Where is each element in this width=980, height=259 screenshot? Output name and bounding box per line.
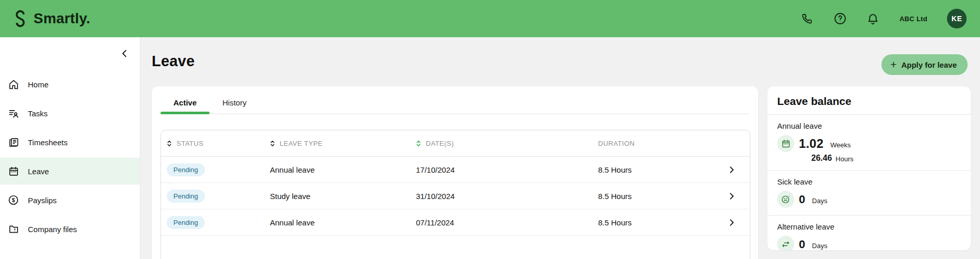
leave-balance-card: Leave balance Annual leave 1.02 Weeks [767, 86, 971, 250]
sidebar-item-label: Tasks [28, 109, 47, 118]
status-cell: Pending [161, 163, 264, 176]
calendar-icon [777, 135, 794, 152]
sidebar-item-company-files[interactable]: Company files [0, 216, 140, 242]
balance-sick-leave: Sick leave 0 Days [767, 171, 971, 216]
sidebar-item-leave[interactable]: Leave [0, 158, 140, 185]
company-files-icon [8, 223, 19, 235]
sidebar-item-label: Company files [28, 225, 77, 234]
leave-calendar-icon [8, 165, 19, 177]
duration-cell: 8.5 Hours [592, 165, 721, 174]
sidebar-item-label: Timesheets [28, 138, 68, 147]
smartly-logo-icon [11, 10, 29, 27]
home-icon [8, 79, 19, 90]
status-cell: Pending [161, 216, 264, 229]
status-badge: Pending [167, 190, 205, 203]
balance-value: 1.02 [799, 136, 824, 151]
balance-secondary-value: 26.46 [811, 154, 832, 163]
brand-logo[interactable]: Smartly. [11, 10, 90, 27]
bell-icon[interactable] [866, 12, 880, 25]
balance-secondary-unit: Hours [836, 154, 854, 163]
phone-icon[interactable] [800, 12, 814, 25]
table-row[interactable]: Pending Annual leave 17/10/2024 8.5 Hour… [161, 157, 750, 183]
help-icon[interactable] [833, 12, 847, 25]
balance-unit: Weeks [830, 138, 851, 149]
chevron-right-icon[interactable] [721, 192, 750, 201]
balance-value: 0 [799, 238, 806, 251]
balance-value: 0 [799, 193, 806, 206]
swap-arrows-icon [777, 236, 794, 250]
table-row[interactable]: Pending Study leave 31/10/2024 8.5 Hours [161, 183, 750, 209]
balance-label: Sick leave [777, 177, 961, 186]
plus-icon: + [890, 59, 896, 70]
user-avatar[interactable]: KE [947, 9, 967, 28]
balance-unit: Days [812, 194, 828, 205]
tabs: Active History [160, 93, 749, 114]
svg-text:$: $ [12, 197, 15, 203]
sidebar: Home Tasks [0, 37, 140, 259]
top-bar-actions: ABC Ltd KE [800, 9, 967, 28]
dates-cell: 07/11/2024 [410, 218, 592, 227]
duration-cell: 8.5 Hours [592, 192, 721, 201]
tab-active[interactable]: Active [160, 93, 210, 114]
sidebar-item-label: Leave [28, 167, 49, 176]
leave-balance-title: Leave balance [767, 86, 971, 115]
leave-type-cell: Annual leave [264, 218, 410, 227]
top-bar: Smartly. ABC Ltd KE [0, 0, 980, 37]
sidebar-item-timesheets[interactable]: Timesheets [0, 129, 140, 156]
table-header-row: STATUS LEAVE TYPE DATE(S) [161, 130, 750, 157]
timesheets-icon [8, 136, 19, 148]
brand-name: Smartly. [34, 10, 90, 27]
leave-requests-card: Active History STATUS [152, 86, 758, 259]
duration-cell: 8.5 Hours [592, 218, 721, 227]
status-badge: Pending [167, 216, 205, 229]
status-cell: Pending [161, 190, 264, 203]
dates-cell: 31/10/2024 [410, 192, 592, 201]
tasks-icon [8, 108, 19, 119]
sidebar-item-label: Home [28, 80, 49, 89]
leave-type-cell: Annual leave [264, 165, 410, 174]
main-content: Leave + Apply for leave Active History [140, 37, 980, 259]
sidebar-item-label: Payslips [28, 196, 57, 205]
table-row[interactable]: Pending Annual leave 07/11/2024 8.5 Hour… [161, 209, 750, 236]
column-header-duration: DURATION [592, 140, 721, 147]
chevron-right-icon[interactable] [721, 218, 750, 227]
balance-annual-leave: Annual leave 1.02 Weeks [767, 115, 971, 171]
balance-label: Alternative leave [777, 222, 961, 231]
sort-icon[interactable] [167, 140, 172, 147]
payslips-icon: $ [8, 194, 19, 206]
balance-alternative-leave: Alternative leave 0 Days [767, 216, 971, 250]
sidebar-collapse-button[interactable] [120, 49, 130, 60]
column-header-status: STATUS [161, 140, 264, 147]
balance-unit: Days [812, 239, 828, 250]
leave-type-cell: Study leave [264, 192, 410, 201]
status-badge: Pending [167, 163, 205, 176]
sidebar-item-tasks[interactable]: Tasks [0, 100, 140, 127]
dates-cell: 17/10/2024 [410, 165, 592, 174]
sidebar-item-home[interactable]: Home [0, 71, 140, 98]
sidebar-nav: Home Tasks [0, 71, 140, 242]
sidebar-item-payslips[interactable]: $ Payslips [0, 187, 140, 214]
apply-for-leave-label: Apply for leave [901, 60, 957, 69]
sick-face-icon [777, 191, 794, 208]
column-header-leave-type: LEAVE TYPE [264, 140, 410, 147]
leave-table: STATUS LEAVE TYPE DATE(S) [160, 130, 750, 259]
apply-for-leave-button[interactable]: + Apply for leave [881, 54, 968, 75]
sort-icon-active[interactable] [416, 140, 421, 147]
chevron-right-icon[interactable] [721, 165, 750, 174]
page-title: Leave [152, 53, 971, 70]
balance-label: Annual leave [777, 121, 961, 130]
column-header-dates: DATE(S) [410, 140, 592, 147]
company-name[interactable]: ABC Ltd [899, 15, 927, 23]
sort-icon[interactable] [270, 140, 275, 147]
tab-history[interactable]: History [210, 93, 260, 114]
